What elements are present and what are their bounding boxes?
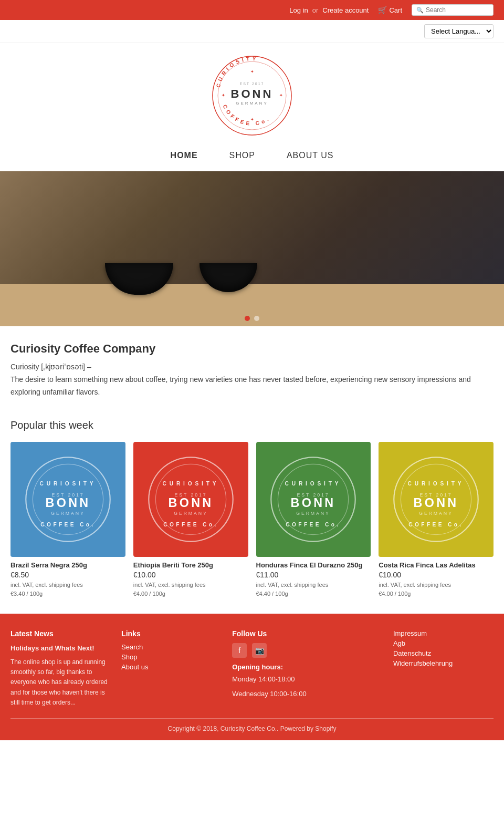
footer: Latest News Holidays and Whats Next! The… [0, 614, 504, 740]
svg-text:CURIOSITY: CURIOSITY [162, 481, 219, 487]
product-info: incl. VAT, excl. shipping fees €4.40 / 1… [256, 581, 371, 598]
separator: or [312, 6, 319, 14]
product-card[interactable]: CURIOSITY EST 2017 BONN GERMANY COFFEE C… [10, 442, 125, 598]
svg-text:✦: ✦ [250, 117, 254, 122]
footer-datenschutz[interactable]: Datenschutz [393, 649, 494, 657]
hero-dot-1[interactable] [245, 316, 250, 321]
product-card[interactable]: CURIOSITY EST 2017 BONN GERMANY COFFEE C… [133, 442, 248, 598]
product-price: €11.00 [256, 571, 371, 579]
svg-text:BONN: BONN [291, 496, 336, 510]
footer-bottom: Copyright © 2018, Curiosity Coffee Co.. … [10, 718, 494, 732]
product-image-1: CURIOSITY EST 2017 BONN GERMANY COFFEE C… [10, 442, 125, 557]
opening-hours-monday: Monday 14:00-18:00 [232, 673, 383, 685]
footer-links-title: Links [121, 629, 222, 638]
products-grid: CURIOSITY EST 2017 BONN GERMANY COFFEE C… [10, 442, 494, 598]
product-card[interactable]: CURIOSITY EST 2017 BONN GERMANY COFFEE C… [256, 442, 371, 598]
copyright-text: Copyright © 2018, Curiosity Coffee Co.. … [168, 725, 337, 732]
popular-title: Popular this week [10, 419, 494, 431]
svg-text:BONN: BONN [231, 87, 274, 100]
opening-hours-title: Opening hours: [232, 663, 283, 671]
svg-text:GERMANY: GERMANY [419, 511, 453, 516]
language-select[interactable]: Select Langua... [424, 24, 494, 38]
product-name: Honduras Finca El Durazno 250g [256, 561, 371, 569]
about-description: The desire to learn something new about … [10, 374, 494, 399]
instagram-icon[interactable]: 📷 [252, 643, 267, 658]
product-price: €8.50 [10, 571, 125, 579]
product-info: incl. VAT, excl. shipping fees €3.40 / 1… [10, 581, 125, 598]
nav-shop[interactable]: SHOP [229, 151, 255, 160]
svg-text:COFFEE Co.: COFFEE Co. [286, 522, 341, 527]
opening-hours: Opening hours: Monday 14:00-18:00 Wednes… [232, 663, 383, 700]
product-name: Costa Rica Finca Las Adelitas [379, 561, 494, 569]
logo[interactable]: CURIOSITY COFFEE Co. EST 2017 BONN GERMA… [210, 54, 294, 138]
footer-link-shop[interactable]: Shop [121, 653, 222, 661]
product-name: Ethiopia Beriti Tore 250g [133, 561, 248, 569]
search-icon: 🔍 [416, 7, 424, 14]
footer-news-text: The online shop is up and running smooth… [10, 657, 111, 708]
product-info: incl. VAT, excl. shipping fees €4.00 / 1… [133, 581, 248, 598]
footer-grid: Latest News Holidays and Whats Next! The… [10, 629, 494, 708]
footer-widerruf[interactable]: Widerrufsbelehrung [393, 659, 494, 667]
about-section: Curiosity Coffee Company Curiosity [ˌkjʊ… [0, 326, 504, 409]
product-image-3: CURIOSITY EST 2017 BONN GERMANY COFFEE C… [256, 442, 371, 557]
svg-text:COFFEE Co.: COFFEE Co. [408, 522, 463, 527]
svg-text:GERMANY: GERMANY [236, 101, 268, 106]
svg-text:CURIOSITY: CURIOSITY [285, 481, 342, 487]
svg-text:BONN: BONN [168, 496, 213, 510]
popular-section: Popular this week CURIOSITY EST 2017 BON… [0, 409, 504, 614]
social-icons: f 📷 [232, 643, 383, 658]
product-name: Brazil Serra Negra 250g [10, 561, 125, 569]
search-input[interactable] [426, 6, 489, 14]
nav-home[interactable]: HOME [171, 151, 198, 160]
svg-text:COFFEE Co.: COFFEE Co. [40, 522, 95, 527]
about-title: Curiosity Coffee Company [10, 342, 494, 356]
svg-text:COFFEE Co.: COFFEE Co. [163, 522, 218, 527]
footer-links-col: Links Search Shop About us [121, 629, 222, 708]
svg-text:GERMANY: GERMANY [297, 511, 331, 516]
top-bar: Log in or Create account 🛒 Cart 🔍 [0, 0, 504, 20]
logo-area: CURIOSITY COFFEE Co. EST 2017 BONN GERMA… [0, 43, 504, 143]
svg-text:CURIOSITY: CURIOSITY [39, 481, 96, 487]
main-nav: HOME SHOP ABOUT US [0, 143, 504, 171]
product-price: €10.00 [133, 571, 248, 579]
footer-news-title: Latest News [10, 629, 111, 638]
cart-icon: 🛒 [378, 6, 387, 14]
svg-text:GERMANY: GERMANY [174, 511, 208, 516]
svg-text:✦: ✦ [279, 93, 283, 98]
hero-banner [0, 171, 504, 326]
svg-text:EST 2017: EST 2017 [239, 82, 264, 86]
svg-text:BONN: BONN [45, 496, 90, 510]
footer-news-col: Latest News Holidays and Whats Next! The… [10, 629, 111, 708]
svg-text:CURIOSITY: CURIOSITY [408, 481, 465, 487]
svg-text:✦: ✦ [222, 93, 225, 98]
svg-text:✦: ✦ [250, 69, 254, 74]
footer-legal-col: Impressum Agb Datenschutz Widerrufsbeleh… [393, 629, 494, 708]
about-pronunciation: Curiosity [ˌkjʊəriˈɒsəti] – [10, 361, 494, 374]
product-image-2: CURIOSITY EST 2017 BONN GERMANY COFFEE C… [133, 442, 248, 557]
footer-link-about[interactable]: About us [121, 663, 222, 671]
footer-link-search[interactable]: Search [121, 643, 222, 651]
product-price: €10.00 [379, 571, 494, 579]
cart-area[interactable]: 🛒 Cart [378, 6, 402, 14]
svg-text:GERMANY: GERMANY [51, 511, 85, 516]
hero-dot-2[interactable] [254, 316, 259, 321]
footer-news-headline: Holidays and Whats Next! [10, 643, 111, 654]
create-account-link[interactable]: Create account [322, 6, 369, 14]
language-bar: Select Langua... [0, 20, 504, 43]
hero-dots [245, 316, 259, 321]
svg-text:BONN: BONN [414, 496, 459, 510]
login-link[interactable]: Log in [289, 6, 308, 14]
footer-agb[interactable]: Agb [393, 639, 494, 647]
footer-follow-title: Follow Us [232, 629, 383, 638]
product-info: incl. VAT, excl. shipping fees €4.00 / 1… [379, 581, 494, 598]
footer-follow-col: Follow Us f 📷 Opening hours: Monday 14:0… [232, 629, 383, 708]
product-card[interactable]: CURIOSITY EST 2017 BONN GERMANY COFFEE C… [379, 442, 494, 598]
footer-impressum[interactable]: Impressum [393, 629, 494, 637]
product-image-4: CURIOSITY EST 2017 BONN GERMANY COFFEE C… [379, 442, 494, 557]
opening-hours-wednesday: Wednesday 10:00-16:00 [232, 688, 383, 700]
svg-text:COFFEE Co.: COFFEE Co. [222, 104, 271, 127]
cart-label: Cart [389, 6, 402, 14]
facebook-icon[interactable]: f [232, 643, 247, 658]
search-box[interactable]: 🔍 [412, 4, 494, 16]
nav-about-us[interactable]: ABOUT US [287, 151, 334, 160]
